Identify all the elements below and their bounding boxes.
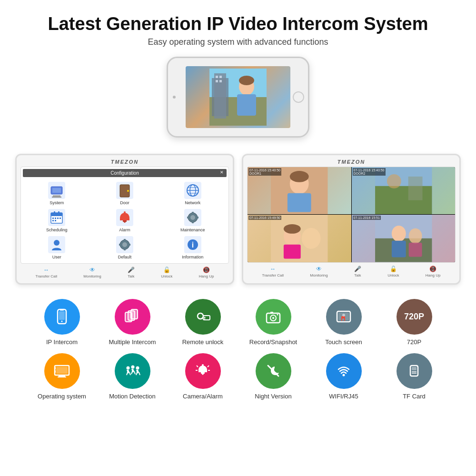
monitor-cell-2: 07-11-2016 15:40:50DOOR2: [352, 167, 456, 215]
phone-camera-dot: [173, 96, 176, 99]
svg-rect-122: [412, 367, 416, 370]
svg-line-111: [139, 372, 140, 375]
footer-label-transfer-r: Transfer Call: [262, 273, 284, 278]
feature-wifi-rj45: WIFI/RJ45: [308, 353, 379, 400]
touch-screen-icon: [326, 299, 362, 335]
features-section: IP Intercom Multiple Intercom: [10, 299, 466, 400]
svg-rect-92: [270, 312, 273, 314]
footer-btn-unlock-r[interactable]: 🔓 Unlock: [387, 266, 399, 278]
svg-rect-114: [202, 364, 204, 366]
svg-rect-53: [124, 248, 126, 250]
hangup-icon: 📵: [203, 267, 210, 273]
svg-rect-66: [408, 177, 422, 200]
config-item-alarm: Alarm: [93, 209, 157, 232]
svg-rect-75: [391, 241, 406, 258]
footer-btn-transfer-r[interactable]: ↔ Transfer Call: [262, 266, 284, 278]
svg-point-85: [198, 313, 203, 319]
user-icon: [48, 236, 65, 253]
svg-point-120: [343, 374, 345, 377]
svg-point-48: [54, 240, 60, 246]
svg-rect-79: [59, 311, 65, 320]
tablet-right-brand: TMEZON: [247, 159, 456, 165]
feature-label-720p: 720P: [407, 338, 421, 346]
tablet-right-screen: 07-11-2016 15:40:50DOOR1 07-11-2016 15:4…: [247, 167, 456, 263]
footer-btn-transfer[interactable]: ↔ Transfer Call: [36, 267, 58, 278]
badge-720p: 720P: [397, 299, 432, 335]
svg-point-109: [136, 367, 139, 370]
svg-rect-45: [187, 217, 189, 218]
svg-rect-98: [56, 367, 68, 374]
footer-label-transfer: Transfer Call: [36, 274, 58, 278]
config-label-user: User: [52, 255, 61, 259]
camera-alarm-icon: [185, 353, 221, 389]
transfer-icon-r: ↔: [270, 266, 276, 272]
config-label-default: Default: [118, 255, 132, 259]
svg-line-108: [134, 371, 135, 374]
svg-rect-44: [192, 221, 194, 223]
tablet-right-footer: ↔ Transfer Call 👁 Monitoring 🎤 Talk 🔓 Un…: [247, 263, 456, 278]
svg-point-42: [190, 215, 195, 220]
footer-btn-unlock[interactable]: 🔓 Unlock: [161, 267, 172, 278]
footer-btn-monitoring-r[interactable]: 👁 Monitoring: [310, 266, 327, 278]
svg-point-70: [284, 224, 301, 234]
phone-mockup: [167, 57, 309, 142]
svg-rect-34: [52, 220, 54, 221]
svg-point-74: [391, 226, 406, 242]
svg-rect-101: [59, 375, 65, 377]
svg-point-62: [290, 171, 309, 182]
svg-point-91: [272, 317, 274, 319]
svg-rect-14: [52, 197, 61, 198]
config-label-network: Network: [185, 200, 200, 205]
monitor-person-3: [248, 215, 351, 262]
svg-point-18: [127, 190, 129, 192]
feature-multiple-intercom: Multiple Intercom: [97, 299, 168, 346]
feature-touch-screen: Touch screen: [308, 299, 379, 346]
config-item-scheduling: Scheduling: [25, 209, 89, 232]
monitor-person-4: [352, 215, 456, 262]
svg-rect-99: [55, 367, 56, 369]
footer-label-unlock-r: Unlock: [387, 273, 399, 278]
phone-screen-image: [209, 69, 267, 126]
timestamp-1: 07-11-2016 15:40:50DOOR1: [248, 168, 281, 176]
talk-icon-r: 🎤: [354, 266, 361, 272]
svg-rect-54: [119, 244, 121, 246]
motion-detection-icon: [115, 353, 150, 389]
svg-rect-69: [284, 245, 301, 259]
svg-rect-7: [219, 80, 222, 82]
svg-rect-100: [55, 370, 56, 373]
svg-point-96: [342, 314, 345, 317]
svg-point-38: [124, 221, 126, 223]
svg-point-106: [131, 366, 135, 369]
svg-rect-6: [216, 80, 218, 82]
feature-operating-system: Operating system: [27, 353, 97, 400]
feature-label-touch-screen: Touch screen: [325, 338, 362, 346]
svg-line-115: [197, 366, 198, 367]
feature-ip-intercom: IP Intercom: [27, 299, 97, 346]
svg-rect-102: [58, 377, 66, 377]
svg-rect-9: [237, 94, 256, 116]
config-label-system: System: [50, 200, 64, 205]
footer-btn-talk-r[interactable]: 🎤 Talk: [354, 266, 361, 278]
scheduling-icon: [48, 209, 65, 226]
svg-rect-28: [54, 211, 55, 214]
footer-btn-hangup[interactable]: 📵 Hang Up: [199, 267, 214, 278]
svg-point-103: [127, 367, 130, 370]
tablets-section: TMEZON Configuration ✕ System: [10, 154, 466, 285]
close-icon[interactable]: ✕: [220, 170, 224, 175]
footer-btn-talk[interactable]: 🎤 Talk: [128, 267, 135, 278]
monitoring-icon-r: 👁: [316, 266, 322, 272]
record-snapshot-icon: [256, 299, 291, 335]
system-icon: [48, 182, 65, 199]
footer-btn-hangup-r[interactable]: 📵 Hang Up: [426, 266, 441, 278]
svg-rect-15: [52, 188, 61, 193]
phone-section: [10, 57, 466, 142]
svg-rect-31: [55, 218, 56, 219]
config-item-maintenance: Maintenance: [160, 209, 225, 232]
network-icon: [184, 182, 201, 199]
features-row-1: IP Intercom Multiple Intercom: [10, 299, 466, 346]
footer-label-hangup-r: Hang Up: [426, 273, 441, 278]
footer-btn-monitoring[interactable]: 👁 Monitoring: [83, 267, 101, 278]
phone-left-button: [167, 82, 168, 91]
alarm-icon: [116, 209, 133, 226]
config-item-door: Door: [93, 182, 157, 205]
